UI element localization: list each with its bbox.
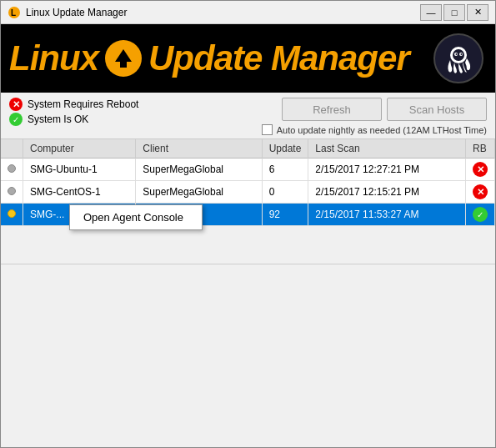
client-cell: SuperMegaGlobal [136,159,262,181]
svg-point-4 [453,49,464,61]
ok-status-text: System Is OK [28,113,88,125]
bottom-area [1,264,495,447]
col-indicator [1,139,23,159]
refresh-button[interactable]: Refresh [282,98,382,121]
status-panel: ✕ System Requires Reboot ✓ System Is OK [9,98,262,126]
col-computer: Computer [23,139,136,159]
rb-error-icon: ✕ [473,162,488,177]
row-dot-cell [1,204,23,226]
close-button[interactable]: ✕ [467,4,488,21]
last-scan-cell: 2/15/2017 11:53:27 AM [308,204,466,226]
update-cell: 6 [262,159,308,181]
arrow-circle-icon [105,40,142,77]
update-cell: 92 [262,204,308,226]
auto-update-row: Auto update nightly as needed (12AM LTHo… [262,124,487,135]
status-dot [8,187,16,195]
col-rb: RB [466,139,495,159]
header-update-manager-text: Update Manager [148,38,409,78]
col-update: Update [262,139,308,159]
main-window: L Linux Update Manager — □ ✕ Linux Updat… [0,0,496,448]
toolbar: ✕ System Requires Reboot ✓ System Is OK … [1,93,495,139]
table-container: Computer Client Update Last Scan RB SMG-… [1,139,495,264]
error-icon: ✕ [9,98,23,111]
status-dot [8,209,16,218]
context-menu-item-open-agent-console[interactable]: Open Agent Console [70,207,202,228]
title-bar: L Linux Update Manager — □ ✕ [1,1,495,24]
row-dot-cell [1,181,23,204]
table-row[interactable]: SMG-CentOS-1SuperMegaGlobal02/15/2017 12… [1,181,495,204]
context-menu: Open Agent Console [69,204,203,230]
buttons-panel: Refresh Scan Hosts Auto update nightly a… [262,98,487,135]
reboot-status-text: System Requires Reboot [28,98,138,110]
rb-cell: ✕ [466,159,495,181]
svg-text:L: L [11,8,16,18]
update-cell: 0 [262,181,308,204]
reboot-status-row: ✕ System Requires Reboot [9,98,262,111]
last-scan-cell: 2/15/2017 12:27:21 PM [308,159,466,181]
status-dot [8,164,16,173]
computer-cell: SMG-Ubuntu-1 [23,159,136,181]
row-dot-cell [1,159,23,181]
svg-point-8 [461,53,463,55]
table-header-row: Computer Client Update Last Scan RB [1,139,495,159]
window-controls: — □ ✕ [420,4,488,21]
scan-hosts-button[interactable]: Scan Hosts [387,98,487,121]
svg-marker-2 [115,49,132,68]
minimize-button[interactable]: — [420,4,442,21]
header-linux-text: Linux [9,38,98,78]
rb-cell: ✕ [466,181,495,204]
window-title: Linux Update Manager [26,7,415,18]
table-row[interactable]: SMG-Ubuntu-1SuperMegaGlobal62/15/2017 12… [1,159,495,181]
ok-status-row: ✓ System Is OK [9,113,262,126]
window-icon: L [8,6,21,19]
kraken-icon [442,42,475,75]
rb-ok-icon: ✓ [473,207,488,222]
client-cell: SuperMegaGlobal [136,181,262,204]
col-client: Client [136,139,262,159]
maximize-button[interactable]: □ [443,4,465,21]
header-logo: Linux Update Manager [9,38,409,78]
svg-point-7 [456,53,458,55]
up-arrow-icon [112,47,135,70]
auto-update-label: Auto update nightly as needed (12AM LTHo… [277,125,487,135]
ok-icon: ✓ [9,113,23,126]
kraken-logo [433,33,483,83]
auto-update-checkbox[interactable] [262,124,273,135]
rb-cell: ✓ [466,204,495,226]
col-last-scan: Last Scan [308,139,466,159]
last-scan-cell: 2/15/2017 12:15:21 PM [308,181,466,204]
rb-error-icon: ✕ [473,184,488,199]
header-banner: Linux Update Manager [1,24,495,93]
computer-cell: SMG-CentOS-1 [23,181,136,204]
action-buttons: Refresh Scan Hosts [282,98,487,121]
